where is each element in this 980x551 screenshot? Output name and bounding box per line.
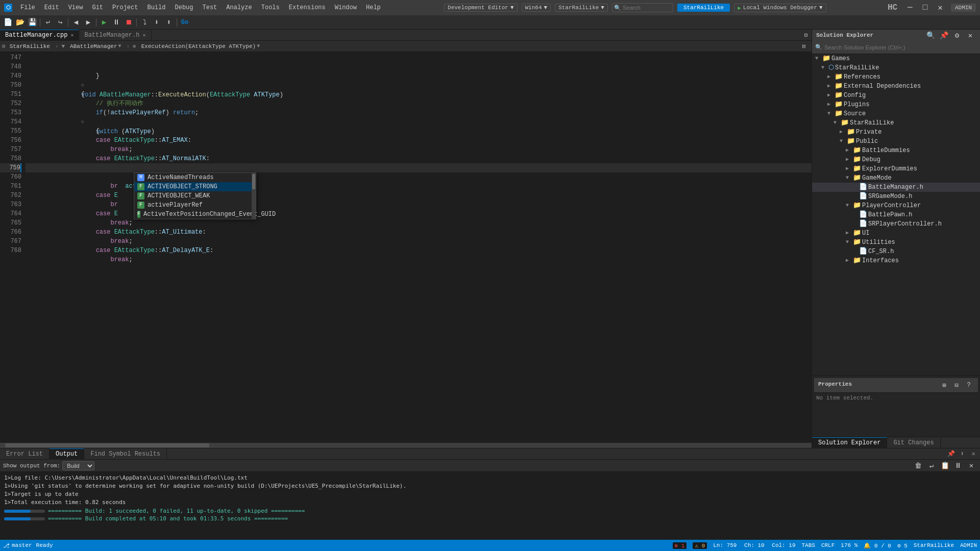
back-button[interactable]: ◀ (70, 17, 82, 28)
tree-private[interactable]: ▶ 📁 Private (812, 128, 980, 137)
tab-close-icon[interactable]: ✕ (70, 32, 74, 38)
tree-utilities[interactable]: ▼ 📁 Utilities (812, 238, 980, 247)
solution-search-input[interactable] (824, 44, 957, 51)
editor-scrollbar-horizontal[interactable] (0, 443, 812, 448)
ac-item-3[interactable]: F activePlayerRef (134, 201, 256, 210)
undo-button[interactable]: ↩ (42, 17, 54, 28)
start-debug-button[interactable]: ▶ (99, 17, 110, 28)
tree-playercontroller[interactable]: ▼ 📁 PlayerController (812, 201, 980, 210)
tab-close-icon[interactable]: ✕ (142, 32, 145, 38)
tree-plugins[interactable]: ▶ 📁 Plugins (812, 100, 980, 109)
tree-srgamemode-h[interactable]: ▶ 📄 SRGameMode.h (812, 192, 980, 201)
tree-public[interactable]: ▼ 📁 Public (812, 137, 980, 146)
se-search-icon[interactable]: 🔍 (925, 30, 936, 41)
menu-test[interactable]: Test (199, 3, 222, 12)
tree-config[interactable]: ▶ 📁 Config (812, 91, 980, 100)
editor-scrollbar-thumb[interactable] (5, 443, 209, 447)
menu-file[interactable]: File (16, 3, 39, 12)
tree-interfaces[interactable]: ▶ 📁 Interfaces (812, 256, 980, 265)
tab-find-results[interactable]: Find Symbol Results (84, 448, 167, 460)
tree-battlemanager-h[interactable]: ▶ 📄 BattleManager.h (812, 183, 980, 192)
pause-output-button[interactable]: ⏸ (952, 460, 964, 471)
tree-gamemode[interactable]: ▼ 📁 GameMode (812, 173, 980, 183)
close-panel-button[interactable]: ✕ (969, 449, 978, 459)
tab-git-changes[interactable]: Git Changes (887, 437, 940, 448)
eol-label[interactable]: CRLF (821, 542, 835, 548)
project-dropdown[interactable]: StarRailLike ▼ (555, 4, 608, 12)
tree-battledummies[interactable]: ▶ 📁 BattleDummies (812, 146, 980, 155)
step-out-button[interactable]: ⬆ (163, 17, 175, 28)
tree-debug-folder[interactable]: ▶ 📁 Debug (812, 155, 980, 164)
ln-col-item[interactable]: Ln: 759 Ch: 10 Col: 19 (713, 542, 795, 548)
tree-explorerdummies[interactable]: ▶ 📁 ExplorerDummies (812, 164, 980, 173)
open-file-button[interactable]: 📂 (14, 17, 26, 28)
menu-extensions[interactable]: Extensions (285, 3, 330, 12)
tree-cfsr-h[interactable]: ▶ 📄 CF_SR.h (812, 247, 980, 256)
ac-item-2[interactable]: F ACTIVEOBJECT_WEAK (134, 191, 256, 201)
nav-method-dropdown[interactable]: ExecuteAction(EAttackType ATKType) ▼ (139, 43, 262, 50)
output-source-dropdown[interactable]: BuildDebug (62, 461, 94, 470)
nav-class-dropdown[interactable]: ABattleManager ▼ (68, 43, 123, 50)
close-button[interactable]: ✕ (936, 3, 945, 13)
step-over-button[interactable]: ⤵ (139, 17, 150, 28)
ac-item-0[interactable]: M ActiveNamedThreads (134, 173, 256, 182)
forward-button[interactable]: ▶ (83, 17, 94, 28)
autocomplete-dropdown[interactable]: M ActiveNamedThreads F ACTIVEOBJECT_STRO… (134, 172, 256, 219)
props-sort-icon[interactable]: ⊞ (939, 380, 949, 390)
collapse-all-button[interactable]: ⊟ (798, 41, 810, 52)
split-editor-button[interactable]: ⊡ (800, 30, 812, 41)
close-output-button[interactable]: ✕ (966, 460, 977, 471)
tree-srplayercontroller-h[interactable]: ▶ 📄 SRPlayerController.h (812, 219, 980, 229)
menu-analyze[interactable]: Analyze (222, 3, 256, 12)
tabs-label[interactable]: TABS (802, 542, 815, 548)
code-editor[interactable]: 747 748 749 750 751 752 753 754 755 756 … (0, 52, 812, 448)
tree-starraillike-source[interactable]: ▼ 📁 StarRailLike (812, 118, 980, 128)
tree-project-starraillike[interactable]: ▼ ⬡ StarRailLike (812, 63, 980, 72)
save-button[interactable]: 💾 (27, 17, 38, 28)
props-help-icon[interactable]: ? (964, 380, 974, 390)
stop-button[interactable]: ⏹ (123, 17, 134, 28)
debug-dropdown[interactable]: ▶ Local Windows Debugger ▼ (734, 4, 826, 12)
ac-item-4[interactable]: F ActiveTextPositionChanged_Event_GUID (134, 210, 256, 219)
tab-output[interactable]: Output (50, 448, 84, 460)
minimize-button[interactable]: ─ (905, 3, 915, 12)
tab-solution-explorer[interactable]: Solution Explorer (812, 437, 887, 448)
step-into-button[interactable]: ⬇ (151, 17, 162, 28)
platform-dropdown[interactable]: Win64 ▼ (522, 4, 551, 12)
warning-count[interactable]: ⚠ 0 (693, 542, 707, 549)
pause-button[interactable]: ⏸ (111, 17, 122, 28)
tree-source[interactable]: ▼ 📁 Source (812, 109, 980, 118)
tab-battlemanager-cpp[interactable]: BattleManager.cpp ✕ (0, 30, 79, 41)
toggle-float-button[interactable]: ⬆ (958, 449, 967, 459)
clear-output-button[interactable]: 🗑 (913, 460, 924, 471)
tab-battlemanager-h[interactable]: BattleManager.h ✕ (79, 30, 151, 41)
menu-help[interactable]: Help (362, 3, 385, 12)
zoom-label[interactable]: 176 % (841, 542, 857, 548)
new-file-button[interactable]: 📄 (2, 17, 13, 28)
autocomplete-scrollbar[interactable] (252, 173, 256, 219)
copy-output-button[interactable]: 📋 (939, 460, 950, 471)
goto-button[interactable]: Go (179, 17, 190, 28)
error-count[interactable]: ⊗ 1 (673, 542, 687, 549)
menu-debug[interactable]: Debug (170, 3, 197, 12)
menu-project[interactable]: Project (108, 3, 142, 12)
nav-project-dropdown[interactable]: StarRailLike (8, 43, 52, 50)
profile-dropdown[interactable]: Development Editor ▼ (444, 4, 517, 12)
tab-error-list[interactable]: Error List (0, 448, 50, 460)
tree-ui[interactable]: ▶ 📁 UI (812, 229, 980, 238)
status-bar-notifications[interactable]: 🔔 0 / 0 (864, 542, 891, 549)
git-branch-item[interactable]: ⎇ master (3, 542, 32, 549)
se-pin-icon[interactable]: 📌 (938, 30, 949, 41)
props-filter-icon[interactable]: ⊟ (951, 380, 962, 390)
maximize-button[interactable]: □ (921, 3, 930, 12)
menu-tools[interactable]: Tools (257, 3, 284, 12)
menu-build[interactable]: Build (143, 3, 169, 12)
se-settings-icon[interactable]: ⚙ (951, 30, 963, 41)
redo-button[interactable]: ↪ (55, 17, 66, 28)
search-input[interactable] (612, 3, 673, 12)
menu-git[interactable]: Git (88, 3, 107, 12)
status-extension-count[interactable]: ⚙ 5 (897, 542, 908, 549)
menu-view[interactable]: View (64, 3, 87, 12)
ac-item-1[interactable]: F ACTIVEOBJECT_STRONG (134, 182, 256, 191)
tree-references[interactable]: ▶ 📁 References (812, 72, 980, 82)
